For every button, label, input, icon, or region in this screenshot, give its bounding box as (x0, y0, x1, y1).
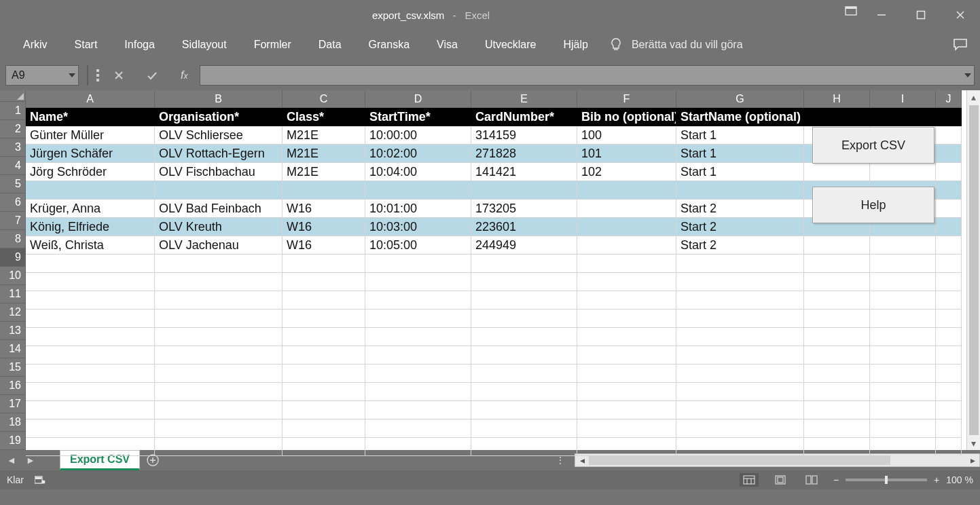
enter-formula-icon[interactable] (147, 71, 158, 80)
row-header-15[interactable]: 15 (0, 358, 26, 377)
table-cell[interactable] (936, 145, 962, 163)
table-cell[interactable]: M21E (283, 145, 365, 163)
table-cell[interactable] (804, 438, 870, 456)
row-header-2[interactable]: 2 (0, 120, 26, 138)
table-cell[interactable] (471, 364, 577, 383)
table-cell[interactable] (676, 181, 804, 200)
table-cell[interactable] (577, 346, 676, 364)
zoom-out-icon[interactable]: − (833, 474, 839, 485)
table-cell[interactable] (26, 383, 155, 401)
ribbon-display-icon[interactable] (840, 0, 862, 22)
table-cell[interactable]: W16 (283, 218, 365, 236)
row-header-9[interactable]: 9 (0, 248, 26, 267)
table-cell[interactable] (936, 181, 962, 200)
table-cell[interactable] (870, 310, 936, 328)
minimize-button[interactable] (862, 0, 901, 30)
scroll-left-icon[interactable]: ◂ (577, 455, 587, 466)
row-header-1[interactable]: 1 (0, 102, 26, 120)
table-cell[interactable] (471, 310, 577, 328)
table-cell[interactable] (676, 364, 804, 383)
table-cell[interactable]: OLV Fischbachau (155, 163, 283, 181)
table-cell[interactable]: 244949 (471, 236, 577, 255)
table-cell[interactable] (26, 255, 155, 273)
name-box[interactable]: A9 (5, 65, 79, 86)
comments-icon[interactable] (946, 31, 975, 59)
table-cell[interactable] (936, 438, 962, 456)
vscroll-thumb[interactable] (969, 105, 979, 435)
table-cell[interactable]: Weiß, Christa (26, 236, 155, 255)
table-cell[interactable] (804, 291, 870, 310)
table-cell[interactable] (26, 401, 155, 419)
tab-visa[interactable]: Visa (423, 32, 471, 58)
table-cell[interactable] (936, 236, 962, 255)
table-cell[interactable] (577, 181, 676, 200)
table-cell[interactable] (676, 419, 804, 438)
table-cell[interactable]: Start 1 (676, 145, 804, 163)
header-cell[interactable]: StartTime* (365, 108, 471, 126)
table-cell[interactable] (676, 383, 804, 401)
col-header-A[interactable]: A (26, 90, 155, 108)
zoom-slider[interactable] (846, 479, 927, 481)
col-header-E[interactable]: E (471, 90, 577, 108)
table-cell[interactable] (804, 401, 870, 419)
table-cell[interactable] (471, 346, 577, 364)
tab-arkiv[interactable]: Arkiv (10, 32, 61, 58)
table-cell[interactable] (26, 273, 155, 291)
view-page-break-icon[interactable] (802, 473, 821, 487)
vertical-scrollbar[interactable]: ▴ ▾ (966, 90, 980, 450)
table-cell[interactable] (283, 181, 365, 200)
table-cell[interactable] (936, 255, 962, 273)
table-cell[interactable] (283, 273, 365, 291)
table-cell[interactable] (870, 273, 936, 291)
table-cell[interactable]: OLV Schliersee (155, 126, 283, 145)
header-cell[interactable]: CardNumber* (471, 108, 577, 126)
header-cell[interactable]: Organisation* (155, 108, 283, 126)
table-cell[interactable] (155, 401, 283, 419)
table-cell[interactable] (155, 273, 283, 291)
header-cell[interactable] (936, 108, 962, 126)
table-cell[interactable] (577, 419, 676, 438)
table-cell[interactable] (804, 364, 870, 383)
table-cell[interactable]: OLV Bad Feinbach (155, 200, 283, 218)
expand-formula-icon[interactable] (964, 73, 971, 77)
table-cell[interactable] (365, 255, 471, 273)
table-cell[interactable] (26, 438, 155, 456)
table-cell[interactable] (471, 383, 577, 401)
table-cell[interactable] (365, 364, 471, 383)
table-cell[interactable]: 314159 (471, 126, 577, 145)
table-cell[interactable] (936, 401, 962, 419)
table-cell[interactable] (676, 346, 804, 364)
table-cell[interactable] (365, 328, 471, 346)
scroll-right-icon[interactable]: ▸ (967, 455, 978, 466)
row-header-6[interactable]: 6 (0, 193, 26, 212)
table-cell[interactable] (676, 255, 804, 273)
table-cell[interactable]: 10:00:00 (365, 126, 471, 145)
table-cell[interactable] (870, 291, 936, 310)
table-cell[interactable] (804, 346, 870, 364)
table-cell[interactable]: Start 1 (676, 126, 804, 145)
row-header-3[interactable]: 3 (0, 138, 26, 157)
tab-data[interactable]: Data (305, 32, 355, 58)
table-cell[interactable] (936, 383, 962, 401)
tab-sidlayout[interactable]: Sidlayout (168, 32, 240, 58)
col-header-F[interactable]: F (577, 90, 676, 108)
table-cell[interactable] (283, 328, 365, 346)
row-header-18[interactable]: 18 (0, 413, 26, 432)
table-cell[interactable] (870, 346, 936, 364)
table-cell[interactable] (26, 310, 155, 328)
col-header-I[interactable]: I (870, 90, 936, 108)
table-cell[interactable] (471, 438, 577, 456)
tab-nav-prev[interactable]: ◄ (4, 455, 19, 466)
table-cell[interactable] (870, 419, 936, 438)
row-header-8[interactable]: 8 (0, 230, 26, 248)
table-cell[interactable]: M21E (283, 163, 365, 181)
fx-icon[interactable]: fx (181, 69, 187, 81)
table-cell[interactable] (26, 346, 155, 364)
table-cell[interactable]: 223601 (471, 218, 577, 236)
table-cell[interactable]: 102 (577, 163, 676, 181)
table-cell[interactable] (870, 328, 936, 346)
table-cell[interactable] (577, 328, 676, 346)
table-cell[interactable] (155, 255, 283, 273)
cancel-formula-icon[interactable] (114, 71, 124, 80)
tell-me[interactable]: Berätta vad du vill göra (610, 38, 743, 52)
